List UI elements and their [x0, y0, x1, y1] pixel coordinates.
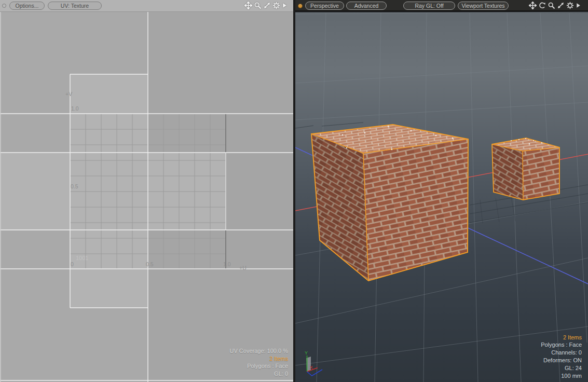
options-button[interactable]: Options...	[9, 2, 45, 10]
viewport-stats: 2 Items Polygons : Face Channels: 0 Defo…	[541, 334, 582, 380]
rotate-icon[interactable]	[538, 2, 546, 9]
expand-icon[interactable]	[557, 2, 565, 9]
expand-icon[interactable]	[263, 2, 271, 9]
magnifier-icon[interactable]	[548, 2, 555, 9]
uv-editor-stats: UV Coverage: 100.0 % 2 Items Polygons : …	[229, 347, 288, 378]
flyout-arrow-icon[interactable]	[282, 2, 287, 9]
ray-gl-button[interactable]: Ray GL: Off	[403, 2, 455, 10]
viewport-thumb-icon[interactable]	[298, 4, 303, 8]
uv-polygon-mode: Polygons : Face	[229, 362, 288, 370]
flyout-arrow-icon[interactable]	[576, 2, 581, 9]
gear-icon[interactable]	[272, 2, 280, 9]
uv-editor-panel: +V 1.0 0.5 0 0.5 1.0 +U 1001 Options... …	[0, 0, 293, 382]
uv-udim-tile-label: 1001	[76, 255, 88, 261]
viewport-grid-size-readout: 100 mm	[541, 372, 582, 380]
move-icon[interactable]	[244, 2, 252, 9]
uv-origin-label: 0	[71, 261, 74, 267]
viewport-panel-3d: Y X Perspective Advanced Ray GL: Off Vie…	[295, 0, 588, 382]
gizmo-y-label: Y	[305, 350, 308, 356]
viewport-channels-readout: Channels: 0	[541, 349, 582, 357]
viewport-items-count: 2 Items	[541, 334, 582, 342]
uv-editor-canvas[interactable]: +V 1.0 0.5 0 0.5 1.0 +U 1001	[0, 0, 293, 382]
uv-coverage-readout: UV Coverage: 100.0 %	[229, 347, 288, 355]
viewport-3d-canvas[interactable]: Y X	[295, 11, 588, 382]
gear-icon[interactable]	[566, 2, 574, 9]
uv-v-mid-label: 0.5	[71, 183, 78, 189]
move-icon[interactable]	[529, 2, 537, 9]
panel-thumb-icon[interactable]	[2, 4, 6, 8]
viewport-header: Perspective Advanced Ray GL: Off Viewpor…	[295, 0, 588, 11]
uv-gl-readout: GL: 0	[229, 370, 288, 378]
viewport-gl-readout: GL: 24	[541, 364, 582, 372]
shading-mode-button[interactable]: Advanced	[346, 2, 387, 10]
uv-mode-button[interactable]: UV: Texture	[48, 2, 102, 10]
uv-v-max-label: 1.0	[71, 105, 79, 112]
gizmo-x-label: X	[310, 365, 313, 370]
uv-editor-header: Options... UV: Texture	[0, 0, 293, 12]
uv-u-axis-label: +U	[239, 265, 247, 271]
viewport-textures-button[interactable]: Viewport Textures	[458, 2, 509, 10]
modo-uv-and-3d-workspace: +V 1.0 0.5 0 0.5 1.0 +U 1001 Options... …	[0, 0, 588, 382]
uv-v-axis-label: +V	[65, 91, 72, 97]
view-type-button[interactable]: Perspective	[305, 2, 344, 10]
viewport-polygon-mode: Polygons : Face	[541, 341, 582, 349]
cube-small[interactable]	[492, 138, 559, 200]
viewport-deformers-readout: Deformers: ON	[541, 357, 582, 364]
magnifier-icon[interactable]	[254, 2, 262, 9]
uv-u-mid-label: 0.5	[146, 261, 154, 267]
uv-items-count: 2 Items	[229, 355, 288, 363]
uv-u-max-label: 1.0	[223, 261, 231, 267]
